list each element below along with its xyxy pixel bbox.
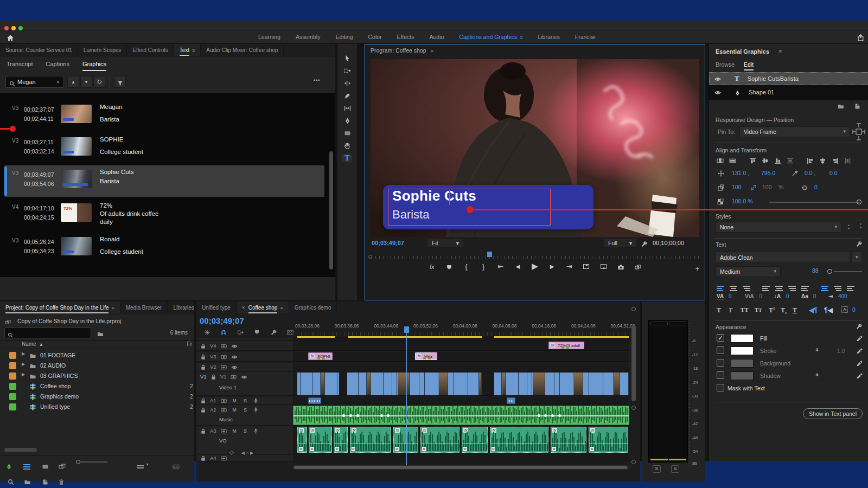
project-tab-project-copy-of-coffe-shop-day-in-the-life[interactable]: Project: Copy of Coffe Shop Day in the L… — [0, 301, 120, 313]
workspace-menu-icon[interactable]: ≡ — [520, 35, 522, 40]
track-header-a4[interactable]: A4 — [196, 455, 293, 461]
vo-clip[interactable]: fxR — [490, 427, 548, 453]
mini-timeline-knob[interactable] — [368, 255, 372, 259]
close-tab-icon[interactable]: × — [242, 305, 245, 311]
graphic-clip[interactable]: fxMea — [415, 352, 437, 360]
justify-last-center-button[interactable] — [775, 286, 783, 291]
position-x[interactable]: 131.0 , — [732, 170, 749, 176]
workspace-tab-libraries[interactable]: Libraries — [530, 30, 567, 43]
icon-view-button[interactable] — [42, 461, 49, 471]
clip-list-item[interactable]: V300;03;27;1100;03;32;14SOPHIECollege st… — [4, 133, 324, 164]
source-patch-icon[interactable] — [220, 341, 227, 351]
distribute-h-button[interactable] — [844, 157, 851, 164]
mark-out-button[interactable]: } — [480, 262, 487, 271]
vo-clip[interactable]: fxR — [393, 427, 418, 453]
source-patch-icon[interactable] — [220, 455, 227, 461]
link-scale-icon[interactable] — [750, 184, 757, 191]
push-style-icon[interactable] — [846, 223, 852, 230]
vo-clip[interactable]: fxR — [551, 427, 586, 453]
type-tool[interactable]: T — [337, 151, 357, 163]
project-row-bin[interactable]: ▶ 02 AUDIO — [0, 361, 194, 371]
background-checkbox[interactable] — [717, 359, 724, 367]
position-y[interactable]: 795.0 — [761, 170, 775, 176]
solo-button[interactable]: S — [242, 407, 249, 414]
filter-button[interactable] — [114, 76, 126, 88]
extract-button[interactable]: ▴ — [600, 262, 608, 271]
lock-icon[interactable] — [200, 397, 206, 404]
selection-tool[interactable] — [337, 52, 357, 63]
clip-list-item[interactable]: V300;02;37;0700;02;44;11MeaganBarista — [4, 100, 324, 132]
track-header-v2[interactable]: V2 — [196, 363, 293, 371]
panel-menu-icon[interactable]: ≡ — [192, 48, 195, 53]
source-patch-icon[interactable] — [230, 372, 237, 382]
fill-color-swatch[interactable] — [731, 334, 754, 343]
stroke-order-icon[interactable]: A — [841, 306, 848, 313]
mute-button[interactable]: M — [231, 407, 238, 414]
sort-chevron[interactable]: ▾ — [146, 462, 149, 467]
go-to-out-button[interactable]: ⇥ — [565, 262, 573, 271]
underline-button[interactable]: T — [793, 306, 797, 314]
lock-icon[interactable] — [200, 405, 206, 415]
button-editor-plus-icon[interactable]: + — [695, 265, 699, 273]
project-row-bin[interactable]: ▶ 03 GRAPHICS — [0, 371, 194, 381]
zoom-slider-track[interactable] — [80, 461, 107, 463]
layer-row-shape[interactable]: Shape 01 — [709, 86, 868, 99]
writable-pencil-icon[interactable] — [5, 461, 12, 471]
zoom-window-icon[interactable] — [18, 26, 23, 30]
styles-dropdown[interactable]: None▾ — [716, 222, 841, 233]
sort-icon[interactable] — [137, 465, 144, 468]
panel-menu-icon[interactable]: ≡ — [778, 48, 782, 55]
overlay-title-line2[interactable]: Barista — [392, 208, 429, 222]
label-color-chip[interactable] — [9, 362, 16, 369]
scale-x[interactable]: 100 — [732, 184, 742, 190]
voiceover-mic-icon[interactable] — [253, 405, 259, 415]
clip-list-item[interactable]: V300;03;49;0700;03;54;06Sophie CutsBaris… — [4, 165, 324, 197]
stroke-width-value[interactable]: 1.0 — [837, 348, 845, 354]
timeline-settings-wrench-icon[interactable] — [270, 327, 277, 337]
close-window-icon[interactable] — [4, 26, 9, 30]
font-size-value[interactable]: 88 — [812, 267, 819, 274]
zoom-level-dropdown[interactable]: Fit▾ — [427, 239, 463, 247]
fill-eyedropper-icon[interactable] — [857, 335, 863, 342]
stroke-eyedropper-icon[interactable] — [857, 347, 863, 354]
label-color-chip[interactable] — [9, 352, 16, 359]
align-top-button[interactable] — [749, 157, 756, 164]
panel-menu-icon[interactable]: ≡ — [111, 305, 114, 311]
ltr-direction-button[interactable]: ◀¶ — [809, 306, 818, 314]
voiceover-mic-icon[interactable] — [253, 397, 259, 404]
new-folder-icon[interactable] — [837, 102, 845, 110]
text-panel-tab-text[interactable]: Text≡ — [174, 44, 201, 56]
eye-icon[interactable] — [714, 75, 721, 82]
opacity-value[interactable]: 100.0 % — [732, 198, 753, 204]
justify-last-left-button[interactable] — [762, 286, 770, 291]
tsume-value[interactable]: 400 — [838, 293, 847, 299]
solo-button[interactable]: S — [242, 397, 249, 404]
source-patch-icon[interactable] — [220, 363, 227, 371]
solo-left-button[interactable]: S — [653, 465, 661, 473]
track-eye-icon[interactable] — [231, 352, 238, 362]
tab-edit[interactable]: Edit — [744, 61, 754, 70]
timeline-tab-unified-type[interactable]: Unified type — [196, 301, 237, 313]
add-stroke-icon[interactable]: + — [815, 346, 819, 353]
text-panel-tab-effect-controls[interactable]: Effect Controls — [127, 44, 174, 56]
clip-list-scrollbar[interactable] — [329, 151, 333, 269]
anchor-x[interactable]: 0.0 , — [805, 170, 815, 176]
clip-list-item[interactable]: V400;04;17;1000;04;24;1572%72%Of adults … — [4, 199, 324, 232]
audio-clip[interactable] — [507, 397, 515, 404]
track-select-forward-tool[interactable] — [337, 64, 357, 75]
search-input[interactable]: Megan × — [5, 76, 64, 88]
overlay-title-line1[interactable]: Sophie Cuts — [392, 188, 476, 204]
panel-menu-icon[interactable]: ≡ — [280, 305, 283, 311]
ripple-edit-tool[interactable] — [337, 76, 357, 88]
font-dropdown-chevron[interactable]: ▾ — [851, 251, 862, 263]
project-row-seq[interactable]: Unified type 2 — [0, 402, 194, 412]
lock-icon[interactable] — [200, 363, 206, 371]
font-size-track[interactable] — [834, 271, 862, 272]
project-tab-media-browser[interactable]: Media Browser — [120, 301, 168, 313]
faux-bold-button[interactable]: T — [717, 306, 721, 314]
align-bottom-button[interactable] — [774, 157, 781, 164]
label-color-chip[interactable] — [9, 373, 16, 380]
text-top-button[interactable] — [821, 286, 828, 291]
opacity-slider-knob[interactable] — [857, 200, 861, 204]
leading-value[interactable]: 0 — [786, 293, 789, 299]
